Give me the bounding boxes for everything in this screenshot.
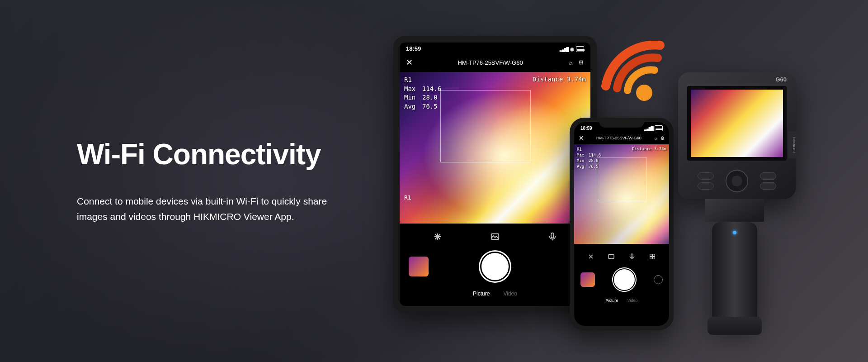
mode-video[interactable]: Video <box>503 291 517 297</box>
avg-label: Avg <box>404 102 422 111</box>
camera-brand-label: HIKMICRO <box>788 131 797 158</box>
last-capture-thumbnail[interactable] <box>580 272 595 287</box>
thermal-readings: R1 Max114.6 Min28.0 Avg76.5 <box>404 76 441 111</box>
camera-button[interactable] <box>698 172 714 180</box>
mic-icon[interactable] <box>547 232 557 242</box>
status-time: 18:59 <box>580 126 592 131</box>
mode-video[interactable]: Video <box>627 298 638 303</box>
distance-reading: Distance 3.74m <box>632 147 666 151</box>
mode-toggle-icon[interactable] <box>654 275 663 284</box>
shutter-button[interactable] <box>480 252 510 281</box>
app-controls <box>574 244 669 264</box>
battery-icon <box>576 45 584 52</box>
status-icons <box>644 126 663 131</box>
tablet-device: 18:59 ✕ HM-TP76-25SVF/W-G60 ☼ ⚙ <box>393 36 597 312</box>
hero-title: Wi-Fi Connectivity <box>77 138 391 171</box>
camera-neck <box>705 199 764 222</box>
app-header: ✕ HM-TP76-25SVF/W-G60 ☼ ⚙ <box>400 53 590 72</box>
connected-device-name: HM-TP76-25SVF/W-G60 <box>596 136 642 140</box>
mic-icon[interactable] <box>628 253 636 260</box>
gallery-icon[interactable] <box>608 253 615 260</box>
wifi-status-icon <box>570 45 574 52</box>
hero-description: Connect to mobile devices via built-in W… <box>77 194 335 224</box>
status-bar: 18:59 <box>400 43 590 53</box>
min-label: Min <box>577 158 589 164</box>
min-label: Min <box>404 93 422 102</box>
battery-icon <box>655 126 663 131</box>
svg-rect-4 <box>650 254 652 257</box>
shutter-row <box>400 246 590 287</box>
distance-reading: Distance 3.74m <box>533 76 586 83</box>
text-content: Wi-Fi Connectivity Connect to mobile dev… <box>0 138 391 224</box>
light-icon[interactable]: ☼ <box>568 59 574 66</box>
thermal-camera-device: G60 HIKMICRO <box>665 72 800 326</box>
camera-button-panel <box>692 167 782 195</box>
camera-button[interactable] <box>698 182 714 190</box>
max-label: Max <box>404 85 422 94</box>
avg-value: 76.5 <box>422 102 438 111</box>
devices-group: 18:59 ✕ HM-TP76-25SVF/W-G60 ☼ ⚙ <box>393 36 800 335</box>
phone-device: 18:59 ✕ HM-TP76-25SVF/W-G60 ☼ ⚙ <box>570 118 674 330</box>
measurement-box[interactable] <box>597 157 646 202</box>
camera-led-indicator <box>733 231 736 234</box>
connected-device-name: HM-TP76-25SVF/W-G60 <box>458 59 523 66</box>
signal-icon <box>560 45 568 52</box>
camera-head: G60 HIKMICRO <box>678 72 796 199</box>
mode-picture[interactable]: Picture <box>606 298 618 303</box>
tools-icon[interactable] <box>433 232 443 242</box>
tools-icon[interactable] <box>587 253 594 260</box>
gear-icon[interactable]: ⚙ <box>578 59 584 66</box>
app-controls <box>400 224 590 246</box>
svg-rect-7 <box>653 257 655 259</box>
status-icons <box>560 45 584 52</box>
capture-modes: Picture Video <box>400 287 590 300</box>
svg-rect-2 <box>609 254 614 258</box>
light-icon[interactable]: ☼ <box>654 136 658 141</box>
status-bar: 18:59 <box>574 122 669 132</box>
camera-handle <box>712 222 757 326</box>
gear-icon[interactable]: ⚙ <box>660 136 665 141</box>
tablet-screen: 18:59 ✕ HM-TP76-25SVF/W-G60 ☼ ⚙ <box>400 43 590 306</box>
region-marker: R1 <box>404 194 411 201</box>
capture-modes: Picture Video <box>574 295 669 305</box>
measurement-box[interactable] <box>440 90 531 162</box>
svg-point-8 <box>636 85 652 101</box>
region-label: R1 <box>577 147 601 152</box>
header-icons: ☼ ⚙ <box>568 59 584 66</box>
max-value: 114.6 <box>422 85 441 94</box>
camera-button[interactable] <box>760 172 776 180</box>
thermal-image-view[interactable]: R1 Max114.6 Min28.0 Avg76.5 Distance 3.7… <box>574 144 669 244</box>
camera-display <box>687 86 787 161</box>
svg-rect-6 <box>650 257 652 259</box>
header-icons: ☼ ⚙ <box>654 136 665 141</box>
avg-label: Avg <box>577 164 589 170</box>
last-capture-thumbnail[interactable] <box>409 257 429 276</box>
signal-icon <box>644 126 653 131</box>
mode-picture[interactable]: Picture <box>473 291 490 297</box>
camera-model-label: G60 <box>775 76 787 83</box>
phone-screen: 18:59 ✕ HM-TP76-25SVF/W-G60 ☼ ⚙ <box>574 122 669 326</box>
region-label: R1 <box>404 76 441 85</box>
shutter-button[interactable] <box>613 268 636 291</box>
grid-icon[interactable] <box>649 253 656 260</box>
close-icon[interactable]: ✕ <box>406 57 413 67</box>
svg-rect-5 <box>653 254 655 257</box>
gallery-icon[interactable] <box>490 232 500 242</box>
svg-rect-1 <box>552 233 554 238</box>
hero-section: Wi-Fi Connectivity Connect to mobile dev… <box>0 0 868 362</box>
shutter-row <box>574 264 669 295</box>
thermal-image-view[interactable]: R1 Max114.6 Min28.0 Avg76.5 Distance 3.7… <box>400 72 590 224</box>
min-value: 28.0 <box>422 93 438 102</box>
svg-rect-3 <box>631 254 633 257</box>
max-label: Max <box>577 152 589 158</box>
camera-button[interactable] <box>760 182 776 190</box>
close-icon[interactable]: ✕ <box>579 134 584 142</box>
app-header: ✕ HM-TP76-25SVF/W-G60 ☼ ⚙ <box>574 132 669 144</box>
camera-dpad[interactable] <box>726 170 748 192</box>
status-time: 18:59 <box>406 45 421 52</box>
wifi-signal-icon <box>601 41 678 104</box>
